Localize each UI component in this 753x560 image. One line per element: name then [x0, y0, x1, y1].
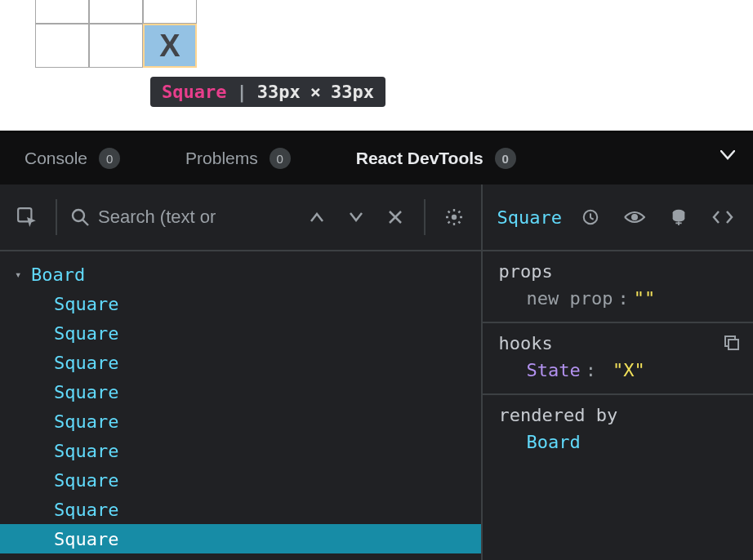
search-next-button[interactable] — [341, 202, 372, 233]
tab-count-badge: 0 — [270, 148, 291, 169]
tree-row-child[interactable]: Square — [0, 348, 481, 377]
board-cell[interactable] — [89, 0, 143, 24]
board-cell[interactable] — [35, 0, 89, 24]
inspect-tooltip: Square | 33px × 33px — [150, 77, 385, 107]
svg-point-1 — [73, 210, 84, 221]
element-picker-button[interactable] — [11, 202, 42, 233]
board-cell[interactable] — [35, 24, 89, 68]
toolbar-separator — [424, 199, 426, 235]
component-tree-pane: ▾BoardSquareSquareSquareSquareSquareSqua… — [0, 184, 483, 560]
settings-button[interactable] — [439, 202, 470, 233]
prop-value[interactable]: "" — [634, 288, 656, 309]
tab-label: Problems — [185, 149, 258, 168]
section-title: props — [499, 261, 737, 282]
tab-count-badge: 0 — [99, 148, 120, 169]
tree-row-child[interactable]: Square — [0, 407, 481, 436]
tab-react-devtools[interactable]: React DevTools 0 — [356, 148, 516, 169]
details-toolbar: Square — [483, 184, 753, 251]
tree-row-child[interactable]: Square — [0, 377, 481, 407]
view-source-button[interactable] — [707, 202, 738, 233]
search-clear-button[interactable] — [380, 202, 411, 233]
prop-colon: : — [617, 288, 628, 309]
selected-component-name: Square — [497, 207, 562, 228]
tree-row-child[interactable]: Square — [0, 318, 481, 348]
tree-row-child[interactable]: Square — [0, 524, 481, 553]
tree-toolbar — [0, 184, 481, 251]
svg-line-8 — [590, 218, 594, 220]
svg-point-9 — [631, 214, 638, 220]
rendered-by-link[interactable]: Board — [499, 432, 737, 452]
prop-key: new prop — [527, 288, 613, 309]
hook-key: State — [527, 360, 581, 380]
board-cell-selected[interactable]: X — [143, 24, 197, 68]
search-input[interactable] — [98, 207, 253, 228]
tooltip-component-name: Square — [162, 82, 226, 102]
search-prev-button[interactable] — [301, 202, 332, 233]
tree-row-child[interactable]: Square — [0, 495, 481, 524]
hook-colon: : — [586, 360, 596, 380]
tab-problems[interactable]: Problems 0 — [185, 148, 291, 169]
props-section: props new prop : "" — [483, 251, 753, 323]
tictactoe-board: X — [35, 0, 197, 68]
svg-point-5 — [451, 215, 456, 220]
parse-hooks-button[interactable] — [724, 335, 740, 351]
board-cell[interactable] — [89, 24, 143, 68]
tab-count-badge: 0 — [495, 148, 516, 169]
hooks-section: hooks State: "X" — [483, 323, 753, 395]
tree-row-child[interactable]: Square — [0, 465, 481, 495]
svg-rect-12 — [673, 213, 685, 219]
toolbar-separator — [56, 199, 57, 235]
tab-console[interactable]: Console 0 — [25, 148, 120, 169]
component-details-pane: Square props new prop : — [483, 184, 753, 560]
cell-value: X — [159, 29, 180, 64]
inspect-dom-button[interactable] — [619, 202, 650, 233]
tooltip-height: 33px — [331, 82, 374, 102]
board-cell[interactable] — [143, 0, 197, 24]
tooltip-times: × — [310, 82, 321, 102]
prop-row[interactable]: new prop : "" — [499, 288, 737, 309]
section-title: hooks — [499, 333, 737, 353]
hook-row[interactable]: State: "X" — [499, 360, 737, 380]
hook-value[interactable]: "X" — [613, 360, 645, 380]
tree-row-child[interactable]: Square — [0, 289, 481, 318]
tab-label: Console — [25, 149, 87, 168]
log-data-button[interactable] — [663, 202, 694, 233]
rendered-by-section: rendered by Board — [483, 395, 753, 465]
tooltip-separator: | — [236, 82, 247, 102]
svg-line-2 — [82, 220, 88, 225]
tooltip-width: 33px — [257, 82, 301, 102]
component-tree[interactable]: ▾BoardSquareSquareSquareSquareSquareSqua… — [0, 251, 481, 560]
search-icon — [70, 207, 90, 227]
tree-row-root[interactable]: ▾Board — [0, 260, 481, 289]
search-box[interactable] — [70, 207, 293, 228]
tree-row-child[interactable]: Square — [0, 436, 481, 465]
tab-label: React DevTools — [356, 149, 483, 168]
svg-rect-16 — [728, 340, 738, 349]
inspected-page: X Square | 33px × 33px — [0, 0, 753, 132]
devtools-tabbar: Console 0 Problems 0 React DevTools 0 — [0, 132, 753, 184]
section-title: rendered by — [499, 405, 737, 425]
devtools-panel: Console 0 Problems 0 React DevTools 0 — [0, 132, 753, 560]
suspend-button[interactable] — [575, 202, 606, 233]
tabs-overflow-button[interactable] — [720, 150, 735, 160]
